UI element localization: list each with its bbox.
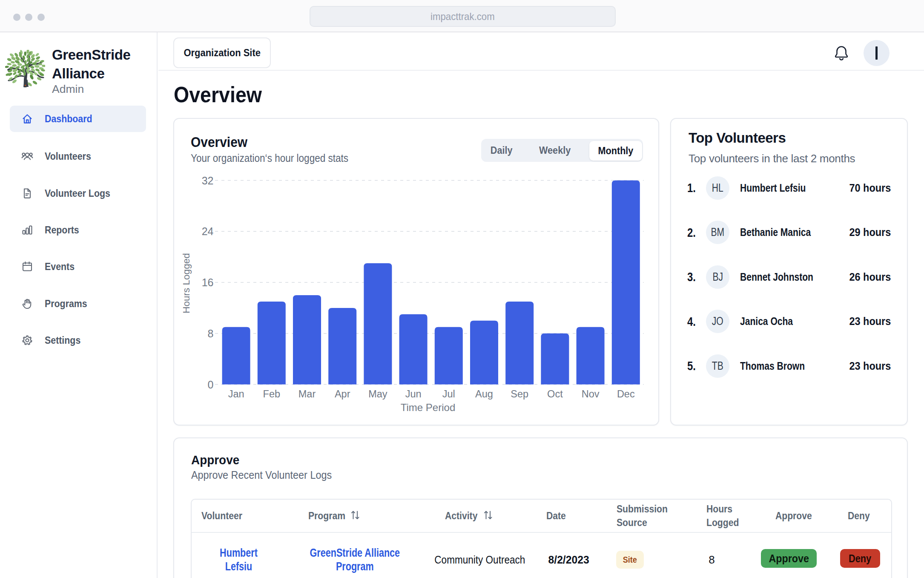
svg-text:Jun: Jun xyxy=(405,388,422,400)
svg-text:Sep: Sep xyxy=(511,388,528,400)
svg-text:0: 0 xyxy=(208,379,214,391)
svg-text:Dec: Dec xyxy=(617,388,635,400)
svg-text:May: May xyxy=(368,388,387,400)
svg-text:Jan: Jan xyxy=(228,388,244,400)
svg-text:Nov: Nov xyxy=(582,388,600,400)
svg-text:Jul: Jul xyxy=(442,388,455,400)
svg-text:16: 16 xyxy=(202,276,214,288)
svg-text:Time Period: Time Period xyxy=(401,402,455,413)
svg-text:24: 24 xyxy=(202,225,214,237)
svg-text:Mar: Mar xyxy=(298,388,316,400)
svg-text:Feb: Feb xyxy=(263,388,281,400)
svg-text:8: 8 xyxy=(208,328,214,339)
svg-text:Aug: Aug xyxy=(475,388,493,400)
svg-text:32: 32 xyxy=(202,175,214,187)
svg-text:Apr: Apr xyxy=(335,388,350,400)
svg-text:Oct: Oct xyxy=(547,388,563,400)
svg-text:Hours Logged: Hours Logged xyxy=(181,253,192,313)
